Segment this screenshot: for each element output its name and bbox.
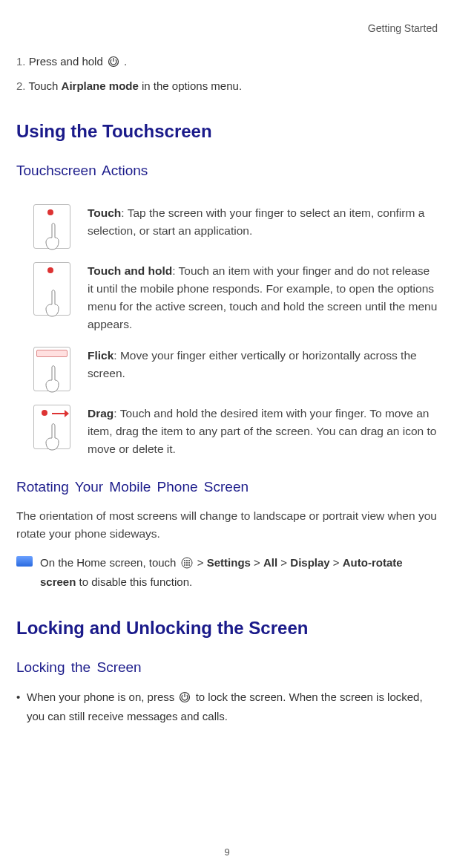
step-2-bold: Airplane mode bbox=[62, 79, 139, 92]
page-header-section: Getting Started bbox=[16, 22, 438, 34]
drag-description: Drag: Touch and hold the desired item wi… bbox=[88, 405, 438, 458]
step-1-text-a: Press and hold bbox=[26, 55, 106, 68]
step-2: 2. Touch Airplane mode in the options me… bbox=[16, 78, 438, 95]
bullet-dot: • bbox=[16, 688, 27, 725]
tip-display: Display bbox=[290, 556, 329, 569]
svg-point-7 bbox=[188, 562, 190, 564]
subheading-rotating-screen: Rotating Your Mobile Phone Screen bbox=[16, 479, 438, 495]
action-touch: Touch: Tap the screen with your finger t… bbox=[16, 204, 438, 249]
tip-note-icon bbox=[16, 556, 33, 567]
tip-sep4: > bbox=[330, 556, 343, 569]
step-1-number: 1. bbox=[16, 55, 26, 68]
tip-settings: Settings bbox=[207, 556, 251, 569]
touch-hold-description: Touch and hold: Touch an item with your … bbox=[88, 262, 438, 333]
drag-term: Drag bbox=[88, 407, 114, 420]
flick-gesture-icon bbox=[16, 347, 88, 391]
heading-using-touchscreen: Using the Touchscreen bbox=[16, 121, 438, 142]
tip-text: On the Home screen, touch > Settings > A… bbox=[40, 553, 438, 591]
power-button-icon bbox=[108, 56, 119, 68]
svg-point-2 bbox=[184, 560, 185, 561]
touch-body: : Tap the screen with your finger to sel… bbox=[88, 206, 424, 237]
svg-point-9 bbox=[186, 564, 188, 566]
action-drag: Drag: Touch and hold the desired item wi… bbox=[16, 405, 438, 458]
touch-hold-term: Touch and hold bbox=[88, 264, 172, 277]
svg-point-8 bbox=[184, 564, 185, 566]
svg-point-4 bbox=[188, 560, 190, 561]
tip-sep1: > bbox=[197, 556, 207, 569]
subheading-touchscreen-actions: Touchscreen Actions bbox=[16, 163, 438, 179]
svg-point-6 bbox=[186, 562, 188, 564]
subheading-locking-screen: Locking the Screen bbox=[16, 659, 438, 676]
step-1: 1. Press and hold . bbox=[16, 53, 438, 71]
tip-a: On the Home screen, touch bbox=[40, 556, 180, 569]
lock-bullet: • When your phone is on, press to lock t… bbox=[16, 688, 438, 725]
drag-gesture-icon bbox=[16, 405, 88, 449]
tip-sep2: > bbox=[251, 556, 263, 569]
power-button-icon-2 bbox=[179, 690, 191, 702]
flick-body: : Move your finger either vertically or … bbox=[88, 349, 417, 379]
tip-all: All bbox=[263, 556, 277, 569]
step-2-text-b: in the options menu. bbox=[139, 79, 242, 92]
touch-hold-gesture-icon bbox=[16, 262, 88, 316]
tip-d: to disable this function. bbox=[76, 575, 192, 588]
lock-bullet-text: When your phone is on, press to lock the… bbox=[27, 688, 438, 725]
flick-term: Flick bbox=[88, 349, 114, 362]
svg-point-3 bbox=[186, 560, 188, 561]
svg-point-5 bbox=[184, 562, 185, 564]
tip-sep3: > bbox=[277, 556, 290, 569]
svg-point-10 bbox=[188, 564, 190, 566]
step-2-text-a: Touch bbox=[26, 79, 62, 92]
rotate-paragraph: The orientation of most screens will cha… bbox=[16, 507, 438, 543]
step-2-number: 2. bbox=[16, 79, 26, 92]
touch-gesture-icon bbox=[16, 204, 88, 249]
page-number: 9 bbox=[0, 846, 454, 858]
step-1-text-b: . bbox=[121, 55, 127, 68]
action-touch-hold: Touch and hold: Touch an item with your … bbox=[16, 262, 438, 333]
action-flick: Flick: Move your finger either verticall… bbox=[16, 347, 438, 391]
flick-description: Flick: Move your finger either verticall… bbox=[88, 347, 438, 382]
lock-a: When your phone is on, press bbox=[27, 691, 177, 703]
touch-term: Touch bbox=[88, 206, 121, 219]
heading-locking-unlocking: Locking and Unlocking the Screen bbox=[16, 618, 438, 639]
drag-body: : Touch and hold the desired item with y… bbox=[88, 407, 436, 455]
apps-grid-icon bbox=[181, 555, 193, 567]
tip-disable-rotate: On the Home screen, touch > Settings > A… bbox=[16, 553, 438, 591]
touch-description: Touch: Tap the screen with your finger t… bbox=[88, 204, 438, 240]
